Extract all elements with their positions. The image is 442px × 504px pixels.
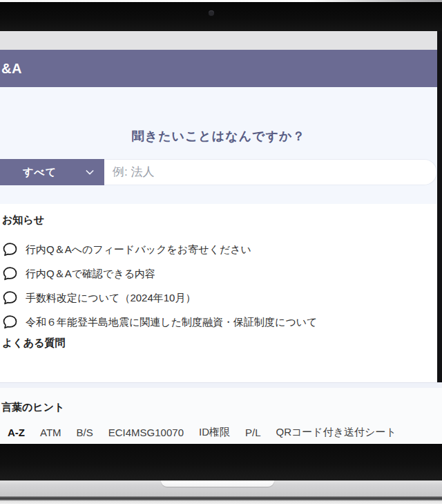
webcam-icon <box>209 10 214 16</box>
search-input[interactable] <box>104 159 437 185</box>
notice-text: 行内Q＆Aで確認できる内容 <box>26 268 155 281</box>
notices-section: お知らせ 行内Q＆Aへのフィードバックをお寄せください 行内Q＆Aで確認できる内… <box>0 204 437 382</box>
speech-bubble-icon <box>2 315 18 330</box>
laptop-frame: &A 聞きたいことはなんですか？ すべて お知らせ <box>0 0 442 504</box>
speech-bubble-icon <box>2 266 18 281</box>
notice-text: 令和６年能登半島地震に関連した制度融資・保証制度について <box>26 316 317 329</box>
hint-link[interactable]: P/L <box>245 427 261 438</box>
app-title: &A <box>1 50 22 87</box>
speech-bubble-icon <box>2 290 18 306</box>
hint-links-row: A-Z ATM B/S ECI4MSG10070 ID権限 P/L QRコード付… <box>8 426 396 439</box>
laptop-screen: &A 聞きたいことはなんですか？ すべて お知らせ <box>0 31 442 444</box>
notice-text: 手数料改定について（2024年10月） <box>26 292 195 305</box>
word-hints-title: 言葉のヒント <box>1 401 64 414</box>
notice-link[interactable]: 行内Q＆Aへのフィードバックをお寄せください <box>2 241 251 258</box>
search-category-dropdown[interactable]: すべて <box>0 159 104 185</box>
laptop-lid-notch <box>161 480 274 487</box>
notice-text: 行内Q＆Aへのフィードバックをお寄せください <box>26 243 251 256</box>
notice-link[interactable]: 手数料改定について（2024年10月） <box>2 290 195 306</box>
screen-top-strip <box>0 31 442 50</box>
laptop-bottom-bezel <box>0 444 442 480</box>
word-hints-section: 言葉のヒント A-Z ATM B/S ECI4MSG10070 ID権限 P/L… <box>0 382 442 445</box>
hint-link[interactable]: QRコード付き送付シート <box>276 426 396 439</box>
hint-link[interactable]: ID権限 <box>199 426 230 439</box>
laptop-top-bezel <box>0 2 442 31</box>
hint-link-az[interactable]: A-Z <box>8 427 25 438</box>
laptop-base <box>0 480 442 496</box>
faq-title: よくある質問 <box>2 337 65 350</box>
hero-section: 聞きたいことはなんですか？ すべて <box>0 87 442 204</box>
hint-link[interactable]: ECI4MSG10070 <box>108 427 184 438</box>
notice-link[interactable]: 令和６年能登半島地震に関連した制度融資・保証制度について <box>2 314 317 330</box>
hint-link[interactable]: B/S <box>77 427 93 438</box>
desk-surface <box>0 501 442 504</box>
app-header: &A <box>0 50 442 87</box>
hero-heading: 聞きたいことはなんですか？ <box>0 128 437 144</box>
search-bar: すべて <box>0 159 437 185</box>
notice-link[interactable]: 行内Q＆Aで確認できる内容 <box>2 265 155 282</box>
screen-right-edge <box>437 31 442 382</box>
chevron-down-icon <box>84 167 95 178</box>
hint-link[interactable]: ATM <box>40 427 61 438</box>
speech-bubble-icon <box>2 242 18 257</box>
search-category-label: すべて <box>23 166 57 179</box>
notices-title: お知らせ <box>2 214 44 227</box>
